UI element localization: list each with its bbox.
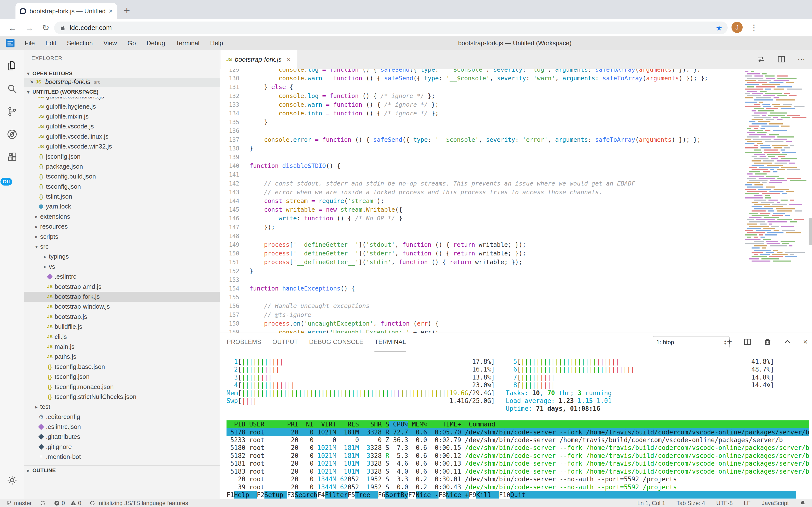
back-icon[interactable]: ← <box>8 23 17 33</box>
tree-item-buildfile.js[interactable]: JSbuildfile.js <box>24 322 220 332</box>
source-control-icon[interactable] <box>7 106 17 117</box>
tree-item-bootstrap.js[interactable]: JSbootstrap.js <box>24 312 220 322</box>
htop-process-row-5182[interactable]: 5182 root 20 0 1021M 181M 3328 R 5.3 0.6… <box>227 452 809 460</box>
sync-icon[interactable] <box>40 500 46 506</box>
minimap[interactable] <box>744 70 807 264</box>
htop-process-row-5181[interactable]: 5181 root 20 0 1021M 181M 3328 S 4.6 0.6… <box>227 460 809 467</box>
tree-item-package.json[interactable]: {}package.json <box>24 162 220 171</box>
debug-disabled-icon[interactable] <box>7 129 17 139</box>
htop-process-row-5183[interactable]: 5183 root 20 0 1021M 181M 3328 S 4.0 0.6… <box>227 467 809 475</box>
extensions-icon[interactable] <box>7 152 17 162</box>
htop-process-row-5233[interactable]: 5233 root 20 0 0 0 0 Z 36.3 0.0 0:02.79 … <box>227 436 809 444</box>
fn-key-F2[interactable]: F2 <box>257 491 264 499</box>
fn-key-F3[interactable]: F3 <box>287 491 295 499</box>
maximize-panel-icon[interactable] <box>783 338 792 346</box>
tree-item-.eslintrc.json[interactable]: .eslintrc.json <box>24 422 220 432</box>
tree-item-resources[interactable]: ▸resources <box>24 222 220 231</box>
tree-item-.gitattributes[interactable]: .gitattributes <box>24 432 220 442</box>
browser-menu-icon[interactable]: ⋮ <box>750 23 758 33</box>
htop-process-row-5178[interactable]: 5178 root 20 0 1021M 181M 3328 R 72.7 0.… <box>227 429 809 436</box>
panel-tab-terminal[interactable]: TERMINAL <box>374 333 406 351</box>
terminal[interactable]: 1[|||||||||||17.8%] 5[||||||||||||||||||… <box>227 354 809 499</box>
htop-process-row-20[interactable]: 20 root 20 0 1344M 62052 1952 S 3.3 0.2 … <box>227 475 809 483</box>
tree-item-tsconfig.monaco.json[interactable]: {}tsconfig.monaco.json <box>24 382 220 392</box>
address-bar[interactable]: ide.coder.com ★ <box>54 21 728 34</box>
panel-tab-problems[interactable]: PROBLEMS <box>227 333 261 351</box>
eol-sequence[interactable]: LF <box>744 500 751 507</box>
search-icon[interactable] <box>7 83 17 94</box>
panel-tab-debug-console[interactable]: DEBUG CONSOLE <box>309 333 364 351</box>
language-status-item[interactable]: Initializing JS/TS language features <box>89 500 188 507</box>
terminal-select[interactable]: 1: htop ▴▾ <box>653 336 730 348</box>
settings-gear-icon[interactable] <box>7 475 17 486</box>
panel-tab-output[interactable]: OUTPUT <box>272 333 298 351</box>
menu-edit[interactable]: Edit <box>46 40 56 47</box>
browser-avatar[interactable]: J <box>732 22 743 33</box>
tree-item-typings[interactable]: ▸typings <box>24 251 220 262</box>
tree-item-tsconfig.json[interactable]: {}tsconfig.json <box>24 372 220 382</box>
more-actions-icon[interactable]: ⋯ <box>798 55 805 64</box>
htop-process-row-5180[interactable]: 5180 root 20 0 1021M 181M 3328 S 7.3 0.6… <box>227 444 809 452</box>
menu-terminal[interactable]: Terminal <box>176 40 199 47</box>
tree-item-yarn.lock[interactable]: yarn.lock <box>24 202 220 211</box>
language-mode[interactable]: JavaScript <box>762 500 789 507</box>
menu-view[interactable]: View <box>104 40 117 47</box>
tree-item-jsconfig.json[interactable]: {}jsconfig.json <box>24 152 220 161</box>
tab-close-icon[interactable]: × <box>109 7 113 15</box>
menu-selection[interactable]: Selection <box>67 40 93 47</box>
notifications-bell-icon[interactable] <box>800 500 806 506</box>
new-terminal-icon[interactable]: + <box>727 337 732 346</box>
tree-item-gulpfile.vscode.js[interactable]: JSgulpfile.vscode.js <box>24 121 220 131</box>
tree-item-bootstrap-amd.js[interactable]: JSbootstrap-amd.js <box>24 282 220 291</box>
tree-item-gulpfile.vscode.linux.js[interactable]: JSgulpfile.vscode.linux.js <box>24 131 220 142</box>
bookmark-star-icon[interactable]: ★ <box>716 24 722 32</box>
tree-item-main.js[interactable]: JSmain.js <box>24 342 220 352</box>
tree-item-bootstrap-window.js[interactable]: JSbootstrap-window.js <box>24 302 220 312</box>
tree-item-gulpfile.hygiene.js[interactable]: JSgulpfile.hygiene.js <box>24 101 220 111</box>
editor-tab[interactable]: JS bootstrap-fork.js × <box>221 50 297 69</box>
tree-item-bootstrap-fork.js[interactable]: JSbootstrap-fork.js <box>24 292 220 302</box>
fn-key-F8[interactable]: F8 <box>439 491 446 499</box>
reload-icon[interactable]: ↻ <box>42 23 49 33</box>
close-icon[interactable]: × <box>30 78 34 86</box>
tree-item-gulpfile.vscode.win32.js[interactable]: JSgulpfile.vscode.win32.js <box>24 142 220 152</box>
menu-debug[interactable]: Debug <box>146 40 165 47</box>
editor-scrollbar[interactable] <box>809 218 812 245</box>
tree-item-paths.js[interactable]: JSpaths.js <box>24 352 220 361</box>
tree-item-gulpfile.mixin.js[interactable]: JSgulpfile.mixin.js <box>24 112 220 121</box>
tree-item-extensions[interactable]: ▸extensions <box>24 212 220 222</box>
indentation[interactable]: Tab Size: 4 <box>676 500 705 507</box>
fn-key-F6[interactable]: F6 <box>378 491 385 499</box>
code-editor[interactable]: 129 console.log = function () { safeSend… <box>220 69 812 333</box>
git-branch-item[interactable]: master <box>6 500 32 507</box>
tree-item-scripts[interactable]: ▸scripts <box>24 231 220 241</box>
tree-item-tslint.json[interactable]: {}tslint.json <box>24 191 220 202</box>
explorer-icon[interactable] <box>7 60 17 71</box>
tree-item-.gitignore[interactable]: .gitignore <box>24 442 220 452</box>
tree-item-cli.js[interactable]: JScli.js <box>24 332 220 342</box>
menu-file[interactable]: File <box>25 40 35 47</box>
tree-item-tsconfig.json[interactable]: {}tsconfig.json <box>24 182 220 191</box>
problems-item[interactable]: 0 0 <box>54 500 81 507</box>
open-editors-section[interactable]: ▾ OPEN EDITORS <box>24 69 220 78</box>
htop-process-row-39[interactable]: 39 root 20 0 1344M 62052 1952 S 0.0 0.2 … <box>227 483 809 491</box>
open-changes-icon[interactable] <box>757 55 765 63</box>
forward-icon[interactable]: → <box>25 23 34 33</box>
tree-item-tsconfig.strictNullChecks.json[interactable]: {}tsconfig.strictNullChecks.json <box>24 392 220 402</box>
workspace-section[interactable]: ▾ UNTITLED (WORKSPACE) <box>24 87 220 97</box>
tree-item-vs[interactable]: ▸vs <box>24 262 220 272</box>
open-editor-item[interactable]: × JS bootstrap-fork.js src <box>24 77 220 87</box>
tree-item-tsconfig.base.json[interactable]: {}tsconfig.base.json <box>24 362 220 372</box>
fn-key-F7[interactable]: F7 <box>408 491 416 499</box>
collaboration-off-badge[interactable]: Off <box>0 178 12 185</box>
cursor-position[interactable]: Ln 1, Col 1 <box>637 500 665 507</box>
menu-go[interactable]: Go <box>128 40 136 47</box>
close-icon[interactable]: × <box>287 56 291 63</box>
outline-section[interactable]: ▸ OUTLINE <box>24 465 220 475</box>
fn-key-F1[interactable]: F1 <box>227 491 234 499</box>
tree-item-.mention-bot[interactable]: ≡.mention-bot <box>24 452 220 462</box>
tree-item-.editorconfig[interactable]: ⚙.editorconfig <box>24 412 220 422</box>
fn-key-F4[interactable]: F4 <box>317 491 325 499</box>
tree-item-src[interactable]: ▾src <box>24 242 220 251</box>
split-terminal-icon[interactable] <box>744 338 752 346</box>
